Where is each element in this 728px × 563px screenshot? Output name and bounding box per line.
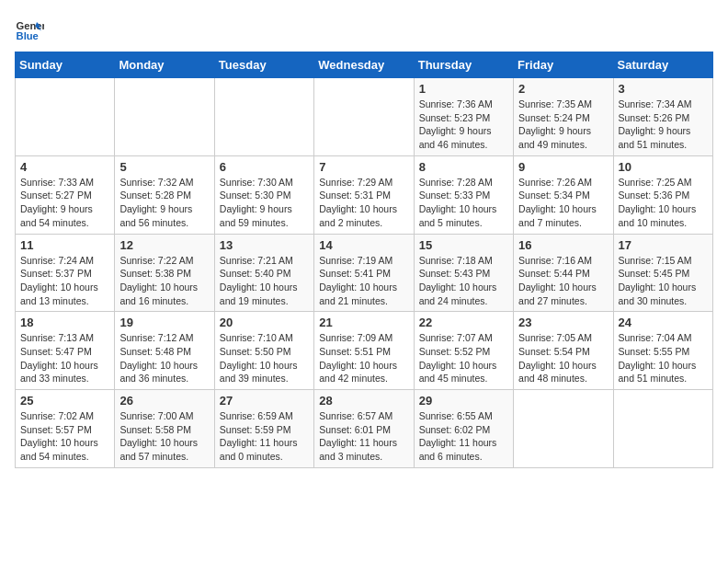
day-number: 10 <box>619 160 708 174</box>
day-number: 25 <box>20 394 109 408</box>
calendar-cell: 19Sunrise: 7:12 AMSunset: 5:48 PMDayligh… <box>115 312 214 390</box>
calendar-table: SundayMondayTuesdayWednesdayThursdayFrid… <box>15 52 713 468</box>
svg-text:Blue: Blue <box>17 30 39 41</box>
day-info: Sunrise: 7:32 AMSunset: 5:28 PMDaylight:… <box>119 176 209 230</box>
calendar-cell: 27Sunrise: 6:59 AMSunset: 5:59 PMDayligh… <box>214 390 313 468</box>
day-info: Sunrise: 7:04 AMSunset: 5:55 PMDaylight:… <box>619 331 708 385</box>
calendar-cell <box>613 390 712 468</box>
calendar-cell: 10Sunrise: 7:25 AMSunset: 5:36 PMDayligh… <box>613 155 712 234</box>
day-info: Sunrise: 7:30 AMSunset: 5:30 PMDaylight:… <box>220 176 309 230</box>
day-number: 3 <box>619 82 708 96</box>
day-number: 4 <box>20 160 109 174</box>
day-number: 16 <box>518 238 608 252</box>
day-info: Sunrise: 7:29 AMSunset: 5:31 PMDaylight:… <box>319 176 408 230</box>
day-number: 7 <box>319 160 408 174</box>
calendar-cell: 17Sunrise: 7:15 AMSunset: 5:45 PMDayligh… <box>613 234 712 312</box>
calendar-cell <box>214 78 313 156</box>
day-info: Sunrise: 7:12 AMSunset: 5:48 PMDaylight:… <box>119 331 209 385</box>
day-number: 11 <box>20 238 109 252</box>
dow-header-monday: Monday <box>115 52 214 78</box>
day-number: 22 <box>419 316 508 329</box>
day-info: Sunrise: 6:59 AMSunset: 5:59 PMDaylight:… <box>220 409 309 464</box>
day-info: Sunrise: 7:10 AMSunset: 5:50 PMDaylight:… <box>220 331 309 385</box>
calendar-cell: 28Sunrise: 6:57 AMSunset: 6:01 PMDayligh… <box>314 390 414 468</box>
day-number: 8 <box>419 160 508 174</box>
calendar-cell <box>115 78 214 156</box>
calendar-cell: 1Sunrise: 7:36 AMSunset: 5:23 PMDaylight… <box>414 78 513 156</box>
day-number: 15 <box>419 238 508 252</box>
day-number: 24 <box>619 316 708 329</box>
day-number: 29 <box>419 394 508 408</box>
day-info: Sunrise: 7:00 AMSunset: 5:58 PMDaylight:… <box>119 409 209 464</box>
day-info: Sunrise: 7:34 AMSunset: 5:26 PMDaylight:… <box>619 98 708 152</box>
calendar-cell: 15Sunrise: 7:18 AMSunset: 5:43 PMDayligh… <box>414 234 513 312</box>
day-info: Sunrise: 7:36 AMSunset: 5:23 PMDaylight:… <box>419 98 508 152</box>
calendar-cell: 9Sunrise: 7:26 AMSunset: 5:34 PMDaylight… <box>514 155 613 234</box>
calendar-cell: 20Sunrise: 7:10 AMSunset: 5:50 PMDayligh… <box>214 312 313 390</box>
day-number: 14 <box>319 238 408 252</box>
page-header: General Blue <box>15 15 713 44</box>
calendar-cell: 25Sunrise: 7:02 AMSunset: 5:57 PMDayligh… <box>16 390 115 468</box>
day-info: Sunrise: 7:25 AMSunset: 5:36 PMDaylight:… <box>619 176 708 230</box>
logo: General Blue <box>15 15 44 44</box>
calendar-cell <box>314 78 414 156</box>
day-info: Sunrise: 7:35 AMSunset: 5:24 PMDaylight:… <box>518 98 608 152</box>
calendar-cell: 6Sunrise: 7:30 AMSunset: 5:30 PMDaylight… <box>214 155 313 234</box>
calendar-cell: 21Sunrise: 7:09 AMSunset: 5:51 PMDayligh… <box>314 312 414 390</box>
day-info: Sunrise: 6:55 AMSunset: 6:02 PMDaylight:… <box>419 409 508 464</box>
calendar-cell: 13Sunrise: 7:21 AMSunset: 5:40 PMDayligh… <box>214 234 313 312</box>
calendar-cell: 11Sunrise: 7:24 AMSunset: 5:37 PMDayligh… <box>16 234 115 312</box>
day-number: 12 <box>119 238 209 252</box>
calendar-cell: 22Sunrise: 7:07 AMSunset: 5:52 PMDayligh… <box>414 312 513 390</box>
day-info: Sunrise: 7:02 AMSunset: 5:57 PMDaylight:… <box>20 409 109 464</box>
dow-header-saturday: Saturday <box>613 52 712 78</box>
calendar-cell: 2Sunrise: 7:35 AMSunset: 5:24 PMDaylight… <box>514 78 613 156</box>
day-info: Sunrise: 6:57 AMSunset: 6:01 PMDaylight:… <box>319 409 408 464</box>
calendar-cell: 12Sunrise: 7:22 AMSunset: 5:38 PMDayligh… <box>115 234 214 312</box>
dow-header-tuesday: Tuesday <box>214 52 313 78</box>
calendar-cell: 3Sunrise: 7:34 AMSunset: 5:26 PMDaylight… <box>613 78 712 156</box>
day-number: 2 <box>518 82 608 96</box>
day-info: Sunrise: 7:28 AMSunset: 5:33 PMDaylight:… <box>419 176 508 230</box>
day-number: 26 <box>119 394 209 408</box>
calendar-cell: 8Sunrise: 7:28 AMSunset: 5:33 PMDaylight… <box>414 155 513 234</box>
calendar-cell <box>514 390 613 468</box>
day-info: Sunrise: 7:05 AMSunset: 5:54 PMDaylight:… <box>518 331 608 385</box>
calendar-cell: 24Sunrise: 7:04 AMSunset: 5:55 PMDayligh… <box>613 312 712 390</box>
day-info: Sunrise: 7:21 AMSunset: 5:40 PMDaylight:… <box>220 254 309 308</box>
calendar-cell: 4Sunrise: 7:33 AMSunset: 5:27 PMDaylight… <box>16 155 115 234</box>
day-info: Sunrise: 7:26 AMSunset: 5:34 PMDaylight:… <box>518 176 608 230</box>
day-number: 20 <box>220 316 309 329</box>
day-info: Sunrise: 7:18 AMSunset: 5:43 PMDaylight:… <box>419 254 508 308</box>
dow-header-wednesday: Wednesday <box>314 52 414 78</box>
day-number: 19 <box>119 316 209 329</box>
day-info: Sunrise: 7:19 AMSunset: 5:41 PMDaylight:… <box>319 254 408 308</box>
calendar-cell: 16Sunrise: 7:16 AMSunset: 5:44 PMDayligh… <box>514 234 613 312</box>
day-number: 17 <box>619 238 708 252</box>
day-info: Sunrise: 7:15 AMSunset: 5:45 PMDaylight:… <box>619 254 708 308</box>
day-info: Sunrise: 7:09 AMSunset: 5:51 PMDaylight:… <box>319 331 408 385</box>
day-info: Sunrise: 7:16 AMSunset: 5:44 PMDaylight:… <box>518 254 608 308</box>
dow-header-sunday: Sunday <box>16 52 115 78</box>
calendar-cell: 29Sunrise: 6:55 AMSunset: 6:02 PMDayligh… <box>414 390 513 468</box>
day-info: Sunrise: 7:07 AMSunset: 5:52 PMDaylight:… <box>419 331 508 385</box>
calendar-cell: 26Sunrise: 7:00 AMSunset: 5:58 PMDayligh… <box>115 390 214 468</box>
day-number: 5 <box>119 160 209 174</box>
day-info: Sunrise: 7:22 AMSunset: 5:38 PMDaylight:… <box>119 254 209 308</box>
calendar-cell: 14Sunrise: 7:19 AMSunset: 5:41 PMDayligh… <box>314 234 414 312</box>
calendar-cell: 7Sunrise: 7:29 AMSunset: 5:31 PMDaylight… <box>314 155 414 234</box>
calendar-cell <box>16 78 115 156</box>
day-number: 21 <box>319 316 408 329</box>
day-number: 9 <box>518 160 608 174</box>
calendar-cell: 23Sunrise: 7:05 AMSunset: 5:54 PMDayligh… <box>514 312 613 390</box>
day-info: Sunrise: 7:33 AMSunset: 5:27 PMDaylight:… <box>20 176 109 230</box>
day-number: 6 <box>220 160 309 174</box>
day-number: 13 <box>220 238 309 252</box>
dow-header-thursday: Thursday <box>414 52 513 78</box>
day-number: 18 <box>20 316 109 329</box>
day-number: 27 <box>220 394 309 408</box>
day-number: 1 <box>419 82 508 96</box>
day-info: Sunrise: 7:13 AMSunset: 5:47 PMDaylight:… <box>20 331 109 385</box>
dow-header-friday: Friday <box>514 52 613 78</box>
day-info: Sunrise: 7:24 AMSunset: 5:37 PMDaylight:… <box>20 254 109 308</box>
